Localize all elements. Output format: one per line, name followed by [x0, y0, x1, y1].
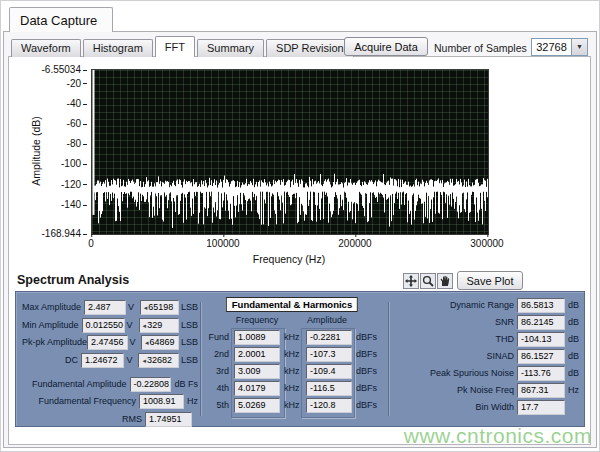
h3-amplitude-field[interactable]: -109.4	[306, 364, 352, 379]
y-tick-label: -140	[37, 199, 87, 210]
h4-frequency-field[interactable]: 4.0179	[234, 381, 280, 396]
dc-volts-field[interactable]: 1.24672	[81, 353, 124, 368]
dropdown-arrow-icon[interactable]: ▼	[571, 39, 587, 55]
min-amplitude-volts-field[interactable]: 0.012550·	[82, 318, 125, 333]
h3-frequency-field[interactable]: 3.009	[234, 364, 280, 379]
peak-spurious-noise-field[interactable]: -113.76	[517, 366, 565, 381]
fft-plot-area[interactable]	[91, 69, 489, 235]
tab-fft[interactable]: FFT	[155, 36, 195, 57]
dbfs-unit: dBFs	[356, 381, 378, 396]
min-amplitude-lsb-field[interactable]: ◂329	[139, 318, 179, 333]
y-tick-label: -100	[37, 158, 87, 169]
dbfs-unit: dBFs	[356, 330, 378, 345]
lsb-value: 32682	[147, 355, 172, 365]
fundamental-amplitude-field[interactable]: -0.22808	[130, 377, 172, 392]
fundamental-frequency-row: Fundamental Frequency 1008.91 Hz	[22, 394, 198, 409]
number-of-samples-dropdown[interactable]: 32768 ▼	[531, 38, 588, 56]
pkpk-amplitude-row: Pk-pk Amplitude 2.47456 V ◂64869 LSB	[22, 335, 198, 350]
h2-amplitude-field[interactable]: -107.3	[306, 347, 352, 362]
zoom-tool-icon[interactable]	[420, 273, 436, 289]
hz-unit: Hz	[568, 383, 579, 398]
harmonics-title: Fundamental & Harmonics	[226, 297, 358, 312]
x-tick-label: 300000	[470, 238, 503, 249]
panel-divider	[388, 302, 390, 416]
pk-noise-freq-row: Pk Noise Freq 867.31 Hz	[394, 383, 582, 398]
sinad-field[interactable]: 86.1527	[517, 349, 565, 364]
bin-width-row: Bin Width 17.7	[394, 400, 582, 415]
volts-unit: V	[126, 353, 135, 368]
pk-noise-freq-label: Pk Noise Freq	[394, 383, 514, 398]
harmonic-row-2nd: 2nd 2.0001 kHz -107.3 dBFs	[206, 347, 378, 362]
harmonic-row-4th: 4th 4.0179 kHz -116.5 dBFs	[206, 381, 378, 396]
dc-row: DC 1.24672 V ◂32682 LSB	[22, 353, 198, 368]
volts-unit: V	[127, 318, 136, 333]
dynamic-range-field[interactable]: 86.5813	[517, 298, 565, 313]
max-amplitude-lsb-field[interactable]: ◂65198	[140, 300, 179, 315]
acquire-data-button[interactable]: Acquire Data	[344, 37, 428, 56]
number-of-samples-label: Number of Samples	[434, 42, 527, 54]
snr-field[interactable]: 86.2145	[517, 315, 565, 330]
fundamental-frequency-label: Fundamental Frequency	[22, 394, 136, 409]
snr-label: SNR	[394, 315, 514, 330]
khz-unit: kHz	[284, 381, 302, 396]
lsb-unit: LSB	[181, 353, 198, 368]
hz-unit: Hz	[187, 394, 198, 409]
lsb-arrow-icon: ◂	[142, 357, 146, 364]
main-tab-label: Data Capture	[20, 13, 97, 28]
dynamic-range-row: Dynamic Range 86.5813 dB	[394, 298, 582, 313]
tab-sdp-revision[interactable]: SDP Revision	[266, 39, 354, 57]
harmonic-row-3rd: 3rd 3.009 kHz -109.4 dBFs	[206, 364, 378, 379]
dc-lsb-field[interactable]: ◂32682	[138, 353, 179, 368]
fundamental-amplitude-label: Fundamental Amplitude	[22, 377, 127, 392]
dbfs-unit: dBFs	[356, 398, 378, 413]
harmonics-group: Fundamental & Harmonics Frequency Amplit…	[206, 292, 378, 426]
pan-hand-tool-icon[interactable]	[437, 273, 453, 289]
pkpk-amplitude-volts-field[interactable]: 2.47456	[87, 335, 128, 350]
tab-bar: Waveform Histogram FFT Summary SDP Revis…	[11, 38, 356, 57]
metrics-group: Dynamic Range 86.5813 dB SNR 86.2145 dB …	[394, 298, 582, 417]
h5-frequency-field[interactable]: 5.0269	[234, 398, 280, 413]
lsb-value: 329	[147, 320, 162, 330]
h4-amplitude-field[interactable]: -116.5	[306, 381, 352, 396]
bin-width-field[interactable]: 17.7	[517, 400, 565, 415]
rms-row: RMS 1.74951	[22, 412, 198, 427]
harmonic-row-fund: Fund 1.0089 kHz -0.2281 dBFs	[206, 330, 378, 345]
fund-amplitude-field[interactable]: -0.2281	[306, 330, 352, 345]
tab-waveform[interactable]: Waveform	[11, 39, 81, 57]
fft-plot-svg	[92, 70, 488, 234]
frequency-column-header: Frequency	[231, 315, 283, 325]
fund-frequency-field[interactable]: 1.0089	[234, 330, 280, 345]
harmonic-name: 4th	[206, 381, 229, 396]
x-tick-label: 200000	[338, 238, 371, 249]
save-plot-button[interactable]: Save Plot	[457, 271, 523, 290]
rms-field[interactable]: 1.74951	[145, 412, 192, 427]
pkpk-amplitude-lsb-field[interactable]: ◂64869	[141, 335, 179, 350]
fundamental-amplitude-row: Fundamental Amplitude -0.22808 dB Fs	[22, 377, 198, 392]
fundamental-frequency-field[interactable]: 1008.91	[139, 394, 184, 409]
y-tick-label: -6.55034	[37, 64, 87, 75]
max-amplitude-volts-field[interactable]: 2.487	[84, 300, 126, 315]
khz-unit: kHz	[284, 398, 302, 413]
pk-noise-freq-field[interactable]: 867.31	[517, 383, 565, 398]
fundamental-group: Fundamental Amplitude -0.22808 dB Fs Fun…	[22, 377, 198, 427]
tab-summary[interactable]: Summary	[197, 39, 264, 57]
y-tick-label: -168.944	[37, 228, 87, 239]
x-tick-label: 0	[88, 238, 94, 249]
khz-unit: kHz	[284, 330, 302, 345]
tab-data-capture[interactable]: Data Capture	[9, 7, 113, 32]
harmonic-name: Fund	[206, 330, 229, 345]
x-axis-label: Frequency (Hz)	[253, 253, 325, 265]
lsb-unit: LSB	[181, 335, 198, 350]
dbfs-unit: dBFs	[356, 364, 378, 379]
lsb-unit: LSB	[181, 300, 198, 315]
y-tick-label: -60	[37, 118, 87, 129]
x-tick-label: 100000	[206, 238, 239, 249]
h2-frequency-field[interactable]: 2.0001	[234, 347, 280, 362]
lsb-arrow-icon: ◂	[144, 304, 148, 311]
harmonic-name: 3rd	[206, 364, 229, 379]
h5-amplitude-field[interactable]: -120.8	[306, 398, 352, 413]
tab-histogram[interactable]: Histogram	[83, 39, 153, 57]
thd-field[interactable]: -104.13	[517, 332, 565, 347]
lsb-value: 65198	[148, 302, 173, 312]
cursor-move-tool-icon[interactable]	[403, 273, 419, 289]
